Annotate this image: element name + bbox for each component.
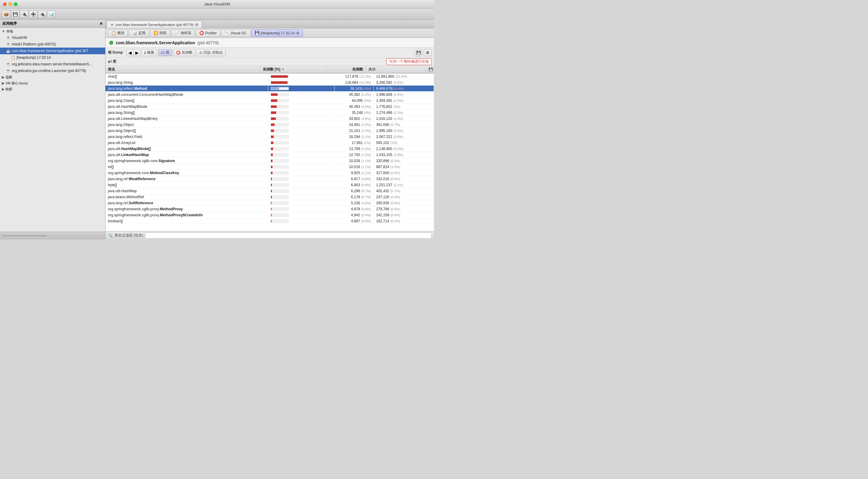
nav-arrows: ◀ ▶ <box>126 49 141 56</box>
th-classname[interactable]: 类名 <box>105 66 260 73</box>
traffic-lights <box>3 2 18 6</box>
table-row[interactable]: byte[]6,863 (0.8%)1,251,237 (2.1%) <box>105 182 434 188</box>
maximize-button[interactable] <box>14 2 18 6</box>
table-row[interactable]: int[]10,016 (1.1%)887,824 (1.5%) <box>105 164 434 170</box>
td-size: 278,768 (0.5%) <box>374 206 434 212</box>
tab-overview[interactable]: 📋 概述 <box>108 30 128 37</box>
table-row[interactable]: java.lang.Class[]44,095 (5%)1,459,392 (2… <box>105 98 434 104</box>
save-col-icon: 💾 <box>429 67 433 71</box>
sidebar-section-remote[interactable]: ▶ 远程 <box>0 74 105 80</box>
bar-container <box>271 220 289 223</box>
td-count: 9,925 (1.1%) <box>335 170 374 175</box>
overview-sub-btn[interactable]: ℹ 概要 <box>142 49 157 56</box>
table-row[interactable]: boolean[]4,887 (0.6%)162,714 (0.3%) <box>105 218 434 224</box>
table-row[interactable]: char[]117,878 (13.4%)12,891,860 (21.9%) <box>105 73 434 79</box>
tab-monitor[interactable]: 📊 监视 <box>129 30 149 37</box>
close-button[interactable] <box>3 2 7 6</box>
toolbar-btn-3[interactable]: 🔌 <box>20 10 28 18</box>
tab-close-button[interactable]: × <box>195 23 198 27</box>
sidebar-bottom: ━━━━━━━━━━━━━━━━━━━━━━━━━ <box>0 232 105 240</box>
toolbar-btn-2[interactable]: 💾 <box>11 10 19 18</box>
section-snapshots-label: 快照 <box>5 87 12 92</box>
app-icon: ☕ <box>6 36 10 40</box>
td-count: 45,382 (5.2%) <box>335 92 374 97</box>
oql-sub-btn[interactable]: ⊙ OQL 控制台 <box>196 49 225 56</box>
bar-container <box>271 87 289 90</box>
table-row[interactable]: java.lang.Object[]21,101 (2.4%)1,995,160… <box>105 128 434 134</box>
table-row[interactable]: java.util.HashMap$Node[]13,789 (1.6%)2,1… <box>105 146 434 152</box>
sidebar-section-vm[interactable]: ▶ VM 核心 dump <box>0 80 105 86</box>
table-row[interactable]: java.util.HashMap$Node40,383 (4.6%)1,776… <box>105 104 434 110</box>
overview-sub-label: 概要 <box>147 50 154 55</box>
tab-server-app[interactable]: ☕ com lilian framework ServerApplication… <box>107 21 202 28</box>
tab-profiler[interactable]: ⭕ Profiler <box>196 30 220 37</box>
table-row[interactable]: java.lang.String[]35,248 (4%)1,274,488 (… <box>105 110 434 116</box>
table-row[interactable]: org.springframework.cglib.proxy.MethodPr… <box>105 206 434 212</box>
td-size: 1,274,488 (2.2%) <box>374 110 434 116</box>
table-row[interactable]: java.lang.reflect.Method58,143 (6.6%)8,4… <box>105 86 434 92</box>
table-row[interactable]: org.springframework.cglib.proxy.MethodPr… <box>105 212 434 218</box>
td-classname: java.util.LinkedHashMap$Entry <box>105 116 268 121</box>
bar-fill <box>271 135 274 138</box>
th-instances-pct-label: 实例数 [%] <box>263 67 280 72</box>
td-classname: java.util.ArrayList <box>105 140 268 146</box>
tab-sampler[interactable]: 📈 抽样器 <box>171 30 195 37</box>
th-size[interactable]: 大小 <box>366 66 426 73</box>
table-row[interactable]: org.springframework.cglib.core.Signature… <box>105 158 434 164</box>
toolbar-btn-6[interactable]: 📊 <box>47 10 56 18</box>
sidebar-item-launcher[interactable]: ☕ org.jetbrains.jps.cmdline.Launcher (pi… <box>0 67 105 74</box>
sidebar-section-snapshots[interactable]: ▶ 快照 <box>0 86 105 92</box>
th-instances-pct[interactable]: 实例数 [%] ▼ <box>260 66 327 73</box>
td-instances-bar <box>268 170 335 175</box>
table-row[interactable]: org.springframework.core.MethodClassKey9… <box>105 170 434 176</box>
table-row[interactable]: java.util.LinkedHashMap12,755 (1.5%)1,03… <box>105 152 434 158</box>
class-sub-btn[interactable]: 🏷 类 <box>158 49 172 56</box>
sidebar-item-server-app[interactable]: ☕ com.lilian.framework.ServerApplication… <box>0 47 105 54</box>
tab-heapdump[interactable]: 💾 [heapdump] 17:32:14 × <box>251 30 303 37</box>
sidebar-item-maven[interactable]: ☕ org.jetbrains.idea.maven.server.Remote… <box>0 61 105 67</box>
td-classname: int[] <box>105 164 268 170</box>
table-row[interactable]: java.lang.ref.SoftReference5,106 (0.6%)2… <box>105 200 434 206</box>
nav-forward[interactable]: ▶ <box>133 49 141 56</box>
td-count: 17,661 (2%) <box>335 140 374 146</box>
heapdump-tab-close[interactable]: × <box>296 31 300 35</box>
sidebar-close-icon[interactable]: ✕ <box>99 21 103 26</box>
bar-fill <box>271 172 273 174</box>
nav-back[interactable]: ◀ <box>126 49 133 56</box>
td-instances-bar <box>268 134 335 139</box>
settings-icon-btn[interactable]: ⚙ <box>424 49 432 56</box>
tab-sampler-label: 抽样器 <box>181 30 191 36</box>
bar-fill <box>271 178 272 180</box>
instances-sub-btn[interactable]: ⭕ 实例数 <box>173 49 195 56</box>
toolbar-btn-4[interactable]: ➕ <box>29 10 37 18</box>
th-count[interactable]: 实例数 <box>327 66 366 73</box>
table-row[interactable]: java.lang.reflect.Field18,294 (2.1%)2,06… <box>105 134 434 140</box>
table-row[interactable]: java.lang.Object24,481 (2.8%)391,696 (0.… <box>105 122 434 128</box>
toolbar-btn-5[interactable]: 🔌 <box>38 10 46 18</box>
minimize-button[interactable] <box>8 2 12 6</box>
table-row[interactable]: java.lang.ref.WeakReference6,917 (0.8%)3… <box>105 176 434 182</box>
table-row[interactable]: java.util.HashMap6,288 (0.7%)402,432 (0.… <box>105 188 434 194</box>
compare-button[interactable]: 与另一个堆转储进行比较 <box>386 59 432 65</box>
sidebar-section-local[interactable]: ▼ 本地 <box>0 28 105 34</box>
td-instances-bar <box>268 146 335 152</box>
table-row[interactable]: java.util.LinkedHashMap$Entry33,602 (3.8… <box>105 116 434 122</box>
sidebar-item-visualvm[interactable]: ☕ VisualVM <box>0 34 105 41</box>
toolbar-btn-1[interactable]: 📦 <box>2 10 10 18</box>
save-icon-btn[interactable]: 💾 <box>415 49 423 56</box>
td-size: 12,891,860 (21.9%) <box>374 73 434 79</box>
td-size: 2,016,120 (3.4%) <box>374 116 434 121</box>
sidebar-item-heapdump[interactable]: 📋 [heapdump] 17:32:14 <box>0 54 105 61</box>
table-row[interactable]: java.util.concurrent.ConcurrentHashMap$N… <box>105 92 434 98</box>
bar-container <box>271 195 289 198</box>
table-row[interactable]: java.util.ArrayList17,661 (2%)565,152 (1… <box>105 140 434 146</box>
td-size: 1,776,852 (3%) <box>374 104 434 109</box>
table-row[interactable]: java.beans.MethodRef6,178 (0.7%)247,120 … <box>105 194 434 200</box>
td-size: 2,067,222 (3.5%) <box>374 134 434 139</box>
tab-threads[interactable]: 🔀 线程 <box>150 30 170 37</box>
tab-visual-gc[interactable]: 📉 Visual GC <box>221 30 250 37</box>
td-instances-bar <box>268 140 335 146</box>
filter-input[interactable] <box>145 232 432 238</box>
table-row[interactable]: java.lang.String116,664 (13.3%)3,266,592… <box>105 79 434 86</box>
sidebar-item-intellij[interactable]: ☕ IntelliJ Platform (pid 40570) <box>0 41 105 47</box>
